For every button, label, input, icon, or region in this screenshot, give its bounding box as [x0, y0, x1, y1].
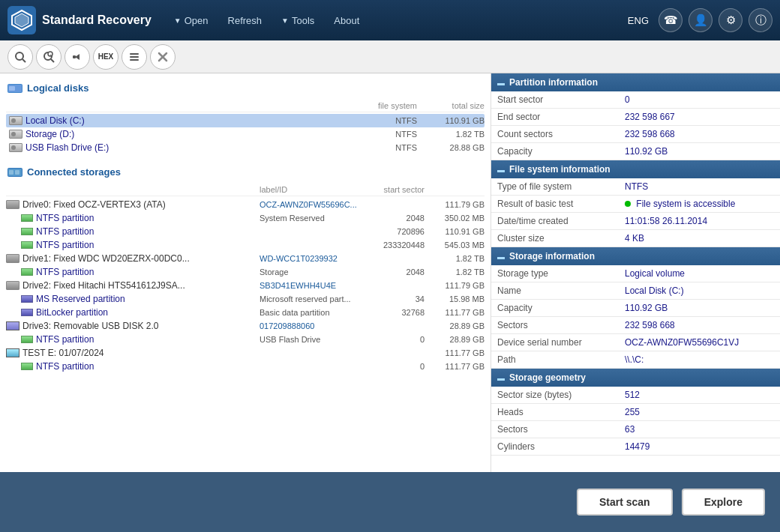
geometry-sectors-row: Sectors 63 — [491, 421, 780, 438]
footer: Start scan Explore — [0, 472, 780, 532]
drive0-part1[interactable]: NTFS partition System Reserved 2048 350.… — [6, 211, 484, 225]
disk-icon-e — [9, 143, 22, 152]
storage-name-row: Name Local Disk (C:) — [491, 282, 780, 300]
svg-rect-11 — [130, 59, 139, 61]
fs-type-row: Type of file system NTFS — [491, 178, 780, 196]
usb-drive-icon — [6, 321, 20, 330]
list-button[interactable] — [122, 44, 147, 70]
drive2-part2[interactable]: BitLocker partition Basic data partition… — [6, 306, 484, 319]
geometry-table: Sector size (bytes) 512 Heads 255 Sector… — [491, 387, 780, 456]
filesystem-info-table: Type of file system NTFS Result of basic… — [491, 178, 780, 247]
svg-point-2 — [16, 52, 23, 60]
disk-list-headers: file system total size — [6, 100, 484, 112]
toolbar: + HEX — [0, 40, 780, 73]
menu-tools[interactable]: ▼ Tools — [272, 10, 323, 31]
status-dot-green — [625, 201, 631, 207]
drive1-part1[interactable]: NTFS partition Storage 2048 1.82 TB — [6, 265, 484, 279]
menu-bar: ▼ Open Refresh ▼ Tools About — [165, 10, 622, 31]
logical-disk-icon — [8, 83, 22, 94]
settings-button[interactable]: ⚙ — [718, 8, 742, 32]
logical-disks-header: Logical disks — [6, 79, 484, 97]
partition-info-section: ▬ Partition information Start sector 0 E… — [491, 73, 780, 160]
menu-about[interactable]: About — [325, 10, 368, 31]
messages-button[interactable]: ☎ — [658, 8, 682, 32]
collapse-icon: ▬ — [497, 374, 505, 382]
hex-button[interactable]: HEX — [93, 44, 118, 70]
list-icon — [128, 51, 140, 63]
svg-text:+: + — [50, 52, 52, 57]
account-button[interactable]: 👤 — [688, 8, 712, 32]
svg-marker-1 — [15, 13, 28, 27]
geometry-sector-size-row: Sector size (bytes) 512 — [491, 387, 780, 404]
search-button[interactable] — [8, 44, 33, 70]
geometry-cylinders-row: Cylinders 14479 — [491, 438, 780, 456]
close-icon — [158, 52, 168, 62]
disk-icon-d — [9, 130, 22, 139]
back-button[interactable] — [64, 44, 90, 70]
start-scan-button[interactable]: Start scan — [577, 489, 673, 516]
menu-refresh[interactable]: Refresh — [219, 10, 272, 31]
partition-capacity-row: Capacity 110.92 GB — [491, 143, 780, 160]
app-logo — [8, 6, 36, 34]
storage-serial-row: Device serial number OCZ-AWNZ0FW55696C1V… — [491, 334, 780, 351]
drive0-item[interactable]: Drive0: Fixed OCZ-VERTEX3 (ATA) OCZ-AWNZ… — [6, 198, 484, 211]
geometry-section: ▬ Storage geometry Sector size (bytes) 5… — [491, 369, 780, 456]
help-button[interactable]: ⓘ — [748, 8, 772, 32]
disk-item-d[interactable]: Storage (D:) NTFS 1.82 TB — [6, 127, 484, 141]
header-right: ENG ☎ 👤 ⚙ ⓘ — [628, 8, 772, 32]
drive2-item[interactable]: Drive2: Fixed Hitachi HTS541612J9SA... S… — [6, 279, 484, 292]
partition-icon — [21, 214, 33, 222]
connected-storage-icon — [8, 167, 22, 178]
fs-cluster-row: Cluster size 4 KB — [491, 230, 780, 247]
drive0-icon — [6, 200, 20, 209]
storage-sectors-row: Sectors 232 598 668 — [491, 317, 780, 334]
filesystem-info-header: ▬ File system information — [491, 160, 780, 178]
menu-open[interactable]: ▼ Open — [165, 10, 218, 31]
drive2-part1[interactable]: MS Reserved partition Microsoft reserved… — [6, 292, 484, 306]
storage-path-row: Path \\.\C: — [491, 351, 780, 369]
menu-open-arrow: ▼ — [174, 16, 182, 25]
partition-info-table: Start sector 0 End sector 232 598 667 Co… — [491, 91, 780, 160]
teste-part1[interactable]: NTFS partition 0 111.77 GB — [6, 360, 484, 373]
disk-item-c[interactable]: Local Disk (C:) NTFS 110.91 GB — [6, 114, 484, 127]
storage-info-header: ▬ Storage information — [491, 247, 780, 265]
collapse-icon: ▬ — [497, 166, 505, 174]
language-label: ENG — [628, 15, 649, 26]
disk-item-e[interactable]: USB Flash Drive (E:) NTFS 28.88 GB — [6, 141, 484, 154]
partition-end-sector-row: End sector 232 598 667 — [491, 109, 780, 126]
partition-count-sectors-row: Count sectors 232 598 668 — [491, 126, 780, 143]
drive0-part2[interactable]: NTFS partition 720896 110.91 GB — [6, 225, 484, 238]
svg-line-3 — [22, 59, 26, 62]
svg-rect-16 — [9, 86, 15, 91]
teste-item[interactable]: TEST E: 01/07/2024 111.77 GB — [6, 346, 484, 360]
partition-icon — [21, 228, 33, 235]
geometry-heads-row: Heads 255 — [491, 404, 780, 421]
drive1-item[interactable]: Drive1: Fixed WDC WD20EZRX-00DC0... WD-W… — [6, 252, 484, 265]
find-button[interactable]: + — [36, 44, 62, 70]
partition-icon — [21, 363, 33, 370]
disk-icon-c — [9, 116, 22, 125]
partition-icon — [21, 268, 33, 276]
back-icon — [71, 51, 83, 63]
drive0-part3[interactable]: NTFS partition 233320448 545.03 MB — [6, 238, 484, 252]
storage-info-table: Storage type Logical volume Name Local D… — [491, 265, 780, 369]
connected-storages-header: Connected storages — [6, 163, 484, 181]
partition-start-sector-row: Start sector 0 — [491, 91, 780, 109]
geometry-header: ▬ Storage geometry — [491, 369, 780, 387]
partition-icon — [21, 336, 33, 343]
main-content: Logical disks file system total size Loc… — [0, 73, 780, 472]
explore-button[interactable]: Explore — [682, 489, 765, 516]
right-panel: ▬ Partition information Start sector 0 E… — [491, 73, 780, 472]
fs-basic-test-row: Result of basic test File system is acce… — [491, 196, 780, 213]
left-panel: Logical disks file system total size Loc… — [0, 73, 491, 472]
drive2-icon — [6, 281, 20, 290]
find-icon: + — [43, 51, 55, 63]
partition-icon — [21, 295, 33, 303]
close-button[interactable] — [150, 44, 176, 70]
collapse-icon: ▬ — [497, 253, 505, 261]
header: Standard Recovery ▼ Open Refresh ▼ Tools… — [0, 0, 780, 40]
menu-tools-arrow: ▼ — [281, 16, 289, 25]
drive3-item[interactable]: Drive3: Removable USB DISK 2.0 017209888… — [6, 319, 484, 333]
drive3-part1[interactable]: NTFS partition USB Flash Drive 0 28.89 G… — [6, 333, 484, 346]
test-drive-icon — [6, 348, 20, 357]
